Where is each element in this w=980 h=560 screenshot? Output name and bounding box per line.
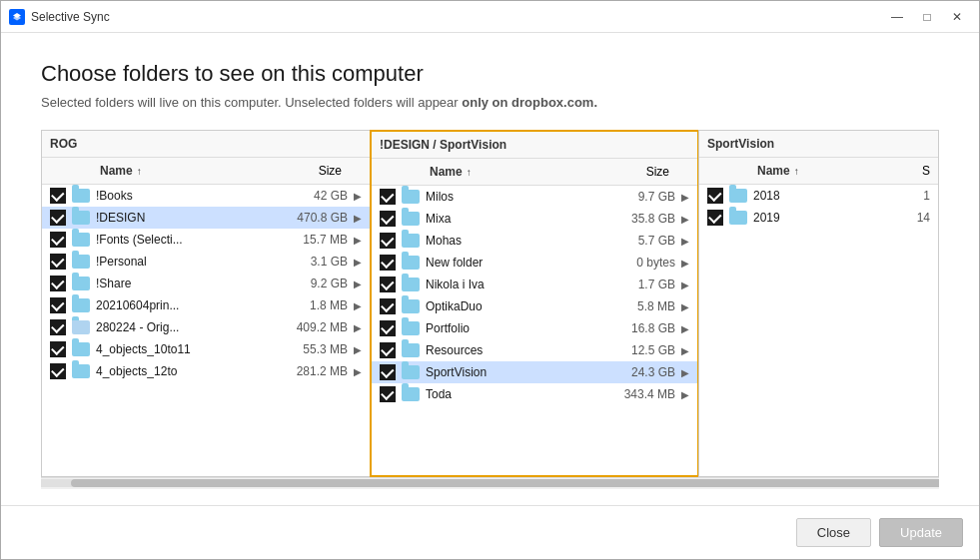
expand-arrow[interactable]: ▶ [354,257,362,268]
expand-arrow[interactable]: ▶ [681,389,689,400]
checkbox[interactable] [707,188,723,204]
checkbox[interactable] [380,189,396,205]
list-item[interactable]: New folder 0 bytes ▶ [372,252,697,274]
checkbox[interactable] [380,233,396,249]
main-content: Choose folders to see on this computer S… [1,33,979,505]
checkbox[interactable] [50,319,66,335]
horizontal-scrollbar[interactable] [41,477,939,489]
file-size: 343.4 MB [624,387,675,401]
list-item[interactable]: Mixa 35.8 GB ▶ [372,208,697,230]
file-size: 35.8 GB [631,212,675,226]
list-item[interactable]: Mohas 5.7 GB ▶ [372,230,697,252]
checkbox[interactable] [380,255,396,271]
list-item[interactable]: Resources 12.5 GB ▶ [372,339,697,361]
folder-name: Mixa [426,212,625,226]
expand-arrow[interactable]: ▶ [354,322,362,333]
list-item[interactable]: Toda 343.4 MB ▶ [372,383,697,405]
expand-arrow[interactable]: ▶ [354,300,362,311]
list-item[interactable]: !Fonts (Selecti... 15.7 MB ▶ [42,229,370,251]
checkbox[interactable] [380,364,396,380]
checkbox[interactable] [50,276,66,291]
expand-arrow[interactable]: ▶ [354,366,362,377]
expand-arrow[interactable]: ▶ [681,345,689,356]
list-item[interactable]: Nikola i Iva 1.7 GB ▶ [372,274,697,295]
left-panel-header: Name ↑ Size [42,158,370,185]
expand-arrow[interactable]: ▶ [681,214,689,225]
expand-arrow[interactable]: ▶ [681,367,689,378]
checkbox[interactable] [50,341,66,357]
list-item[interactable]: 20210604prin... 1.8 MB ▶ [42,294,370,316]
scroll-thumb[interactable] [71,479,939,487]
list-item[interactable]: 2018 1 [699,185,938,207]
folder-icon [729,211,747,225]
page-subtitle: Selected folders will live on this compu… [41,95,939,110]
expand-arrow[interactable]: ▶ [354,191,362,202]
expand-arrow[interactable]: ▶ [681,192,689,203]
left-panel-body: !Books 42 GB ▶ !DESIGN 470.8 GB ▶ [42,185,370,476]
list-item[interactable]: SportVision 24.3 GB ▶ [372,361,697,383]
list-item[interactable]: Milos 9.7 GB ▶ [372,186,697,208]
checkbox[interactable] [380,342,396,358]
list-item[interactable]: Portfolio 16.8 GB ▶ [372,317,697,339]
file-size: 470.8 GB [297,211,348,225]
expand-arrow[interactable]: ▶ [354,344,362,355]
file-size: 12.5 GB [631,343,675,357]
list-item[interactable]: !Share 9.2 GB ▶ [42,273,370,294]
expand-arrow[interactable]: ▶ [354,213,362,224]
checkbox[interactable] [50,297,66,313]
list-item[interactable]: OptikaDuo 5.8 MB ▶ [372,295,697,317]
checkbox[interactable] [50,363,66,379]
expand-arrow[interactable]: ▶ [354,235,362,246]
list-item[interactable]: !Personal 3.1 GB ▶ [42,251,370,273]
update-button[interactable]: Update [879,518,963,547]
checkbox[interactable] [707,210,723,226]
maximize-button[interactable]: □ [913,5,941,29]
checkbox[interactable] [380,298,396,314]
checkbox[interactable] [380,386,396,402]
expand-arrow[interactable]: ▶ [681,280,689,290]
file-size: 15.7 MB [303,233,348,247]
expand-arrow[interactable]: ▶ [681,301,689,312]
middle-col-name[interactable]: Name ↑ [430,165,581,179]
right-panel: SportVision Name ↑ S 2018 1 [698,130,939,477]
middle-panel-header: Name ↑ Size [372,159,697,186]
folder-icon [402,190,420,204]
list-item[interactable]: 4_objects_12to 281.2 MB ▶ [42,360,370,382]
minimize-button[interactable]: — [883,5,911,29]
file-size: 5.7 GB [638,234,675,248]
checkbox[interactable] [380,277,396,292]
file-size: 14 [917,211,930,225]
checkbox[interactable] [380,211,396,227]
folder-name: New folder [426,256,630,270]
folder-name: 280224 - Orig... [96,320,291,334]
checkbox[interactable] [50,210,66,226]
close-button[interactable]: Close [796,518,871,547]
window-controls: — □ ✕ [883,5,971,29]
checkbox[interactable] [380,320,396,336]
file-size: 9.7 GB [638,190,675,204]
checkbox[interactable] [50,254,66,270]
file-size: 1.8 MB [310,298,348,312]
folder-icon [402,387,420,401]
expand-arrow[interactable]: ▶ [354,279,362,289]
list-item[interactable]: !DESIGN 470.8 GB ▶ [42,207,370,229]
list-item[interactable]: 4_objects_10to11 55.3 MB ▶ [42,338,370,360]
close-window-button[interactable]: ✕ [943,5,971,29]
list-item[interactable]: 280224 - Orig... 409.2 MB ▶ [42,316,370,338]
folder-name: Mohas [426,234,632,248]
scroll-track [41,479,939,487]
folder-icon [72,277,90,290]
list-item[interactable]: 2019 14 [699,207,938,229]
checkbox[interactable] [50,232,66,248]
file-size: 3.1 GB [311,255,348,269]
window: Selective Sync — □ ✕ Choose folders to s… [0,0,980,560]
checkbox[interactable] [50,188,66,204]
expand-arrow[interactable]: ▶ [681,258,689,269]
file-size: 1 [923,189,930,203]
file-size: 1.7 GB [638,278,675,291]
expand-arrow[interactable]: ▶ [681,236,689,247]
list-item[interactable]: !Books 42 GB ▶ [42,185,370,207]
left-col-name[interactable]: Name ↑ [100,164,254,178]
right-col-name[interactable]: Name ↑ [757,164,842,178]
expand-arrow[interactable]: ▶ [681,323,689,334]
